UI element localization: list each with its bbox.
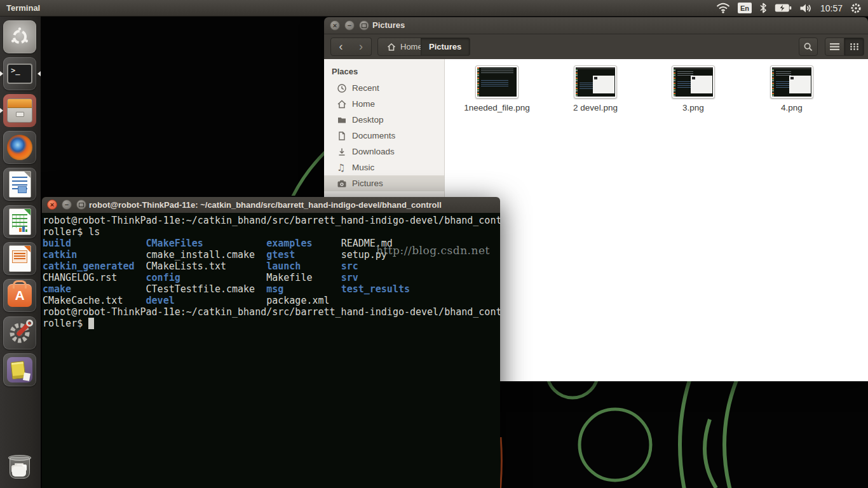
grid-view-icon	[850, 43, 859, 51]
trash-icon	[10, 457, 30, 478]
sidebar-item-documents[interactable]: Documents	[324, 128, 444, 144]
window-maximize-button[interactable]	[359, 20, 369, 30]
grid-view-button[interactable]	[844, 37, 864, 56]
file-thumbnail	[475, 65, 519, 98]
launcher-item-files[interactable]	[3, 94, 36, 127]
panel-app-name: Terminal	[6, 3, 40, 13]
forward-icon: ›	[359, 41, 363, 52]
file-manager-icon	[3, 94, 36, 127]
breadcrumb-pictures[interactable]: Pictures	[421, 37, 470, 56]
battery-charging-icon[interactable]	[775, 3, 792, 13]
search-icon	[803, 42, 813, 52]
list-view-icon	[830, 43, 839, 51]
launcher-item-terminal[interactable]: >_	[3, 57, 36, 90]
file-name: 2 devel.png	[573, 103, 618, 112]
download-arrow-icon	[337, 147, 347, 157]
running-indicator-arrow	[0, 71, 6, 76]
software-center-icon: A	[8, 284, 32, 307]
bluetooth-icon[interactable]	[759, 3, 767, 13]
camera-icon	[337, 179, 347, 189]
volume-icon[interactable]	[799, 3, 813, 13]
launcher-item-purple-app[interactable]	[3, 353, 36, 386]
desktop-folder-icon	[337, 115, 347, 125]
window-minimize-button[interactable]: −	[344, 20, 355, 30]
sidebar-item-home[interactable]: Home	[324, 96, 444, 112]
list-view-button[interactable]	[825, 37, 844, 56]
sidebar-item-label: Documents	[352, 131, 395, 140]
breadcrumb-pictures-label: Pictures	[429, 42, 461, 51]
search-button[interactable]	[799, 37, 818, 56]
launcher-item-settings[interactable]	[3, 316, 36, 349]
terminal-line: CHANGELOG.rst config Makefile srv	[43, 272, 500, 283]
file-name: 4.png	[781, 103, 803, 112]
launcher-item-calc[interactable]	[3, 205, 36, 238]
document-icon	[337, 131, 347, 141]
clock-indicator[interactable]: 10:57	[820, 3, 843, 13]
music-note-icon: ♫	[337, 163, 347, 173]
terminal-line: roller$ ls	[43, 226, 500, 238]
window-maximize-button[interactable]	[76, 200, 86, 210]
file-thumbnail	[770, 65, 813, 98]
window-close-button[interactable]: ×	[330, 20, 340, 30]
terminal-cursor	[88, 318, 94, 329]
sidebar-item-pictures[interactable]: Pictures	[324, 175, 444, 191]
sidebar-item-desktop[interactable]: Desktop	[324, 112, 444, 128]
sidebar-item-label: Downloads	[352, 147, 395, 156]
home-icon	[386, 42, 397, 52]
forward-button[interactable]: ›	[351, 37, 372, 56]
breadcrumb-home-label: Home	[400, 42, 423, 51]
window-close-button[interactable]: ×	[47, 200, 57, 210]
sidebar-item-music[interactable]: ♫ Music	[324, 159, 444, 175]
files-titlebar[interactable]: × − Pictures	[324, 17, 868, 34]
terminal-titlebar[interactable]: × − robot@robot-ThinkPad-11e: ~/catkin_b…	[42, 197, 500, 214]
ubuntu-dash-icon	[9, 26, 31, 48]
top-panel: Terminal En 10:57	[0, 0, 868, 17]
recent-icon	[337, 83, 347, 93]
system-settings-icon	[6, 320, 33, 346]
back-button[interactable]: ‹	[330, 37, 351, 56]
back-icon: ‹	[339, 41, 343, 52]
firefox-icon	[7, 135, 32, 160]
terminal-window-title: robot@robot-ThinkPad-11e: ~/catkin_bhand…	[89, 197, 498, 213]
launcher-item-dash[interactable]	[3, 20, 36, 53]
file-item[interactable]: 3.png	[649, 65, 738, 112]
session-gear-icon[interactable]	[850, 3, 862, 14]
focused-indicator-arrow	[35, 71, 41, 76]
sidebar-item-recent[interactable]: Recent	[324, 80, 444, 96]
purple-app-icon	[7, 357, 32, 383]
launcher-item-writer[interactable]	[3, 168, 36, 201]
launcher-item-firefox[interactable]	[3, 131, 36, 164]
terminal-window: × − robot@robot-ThinkPad-11e: ~/catkin_b…	[42, 197, 500, 488]
files-grid-area: 1needed_file.png 2 devel.png 3.png 4.png	[445, 59, 868, 381]
terminal-line: robot@robot-ThinkPad-11e:~/catkin_bhand/…	[43, 215, 500, 226]
home-icon	[337, 99, 347, 109]
sidebar-header: Places	[324, 64, 444, 80]
file-item[interactable]: 4.png	[747, 65, 836, 112]
libreoffice-calc-icon	[9, 208, 31, 235]
libreoffice-writer-icon	[9, 171, 31, 198]
csdn-watermark: http://blog.csdn.net	[376, 244, 490, 257]
sidebar-item-label: Recent	[352, 83, 379, 93]
file-thumbnail	[672, 65, 715, 98]
maximize-icon	[79, 203, 84, 207]
launcher-item-software-center[interactable]: A	[3, 279, 36, 312]
sidebar-item-label: Music	[352, 163, 374, 172]
running-indicator-arrow	[0, 108, 6, 113]
wallpaper-arc-left	[41, 16, 324, 196]
sidebar-item-label: Home	[352, 99, 375, 109]
file-item[interactable]: 2 devel.png	[551, 65, 640, 112]
file-item[interactable]: 1needed_file.png	[452, 65, 541, 112]
sidebar-item-label: Desktop	[352, 115, 384, 125]
window-minimize-button[interactable]: −	[62, 200, 72, 210]
wifi-icon[interactable]	[716, 3, 730, 13]
wallpaper-circles-bottom	[500, 381, 868, 488]
sidebar-item-downloads[interactable]: Downloads	[324, 144, 444, 159]
terminal-line: cmake CTestTestfile.cmake msg test_resul…	[43, 283, 500, 295]
keyboard-layout-indicator[interactable]: En	[738, 3, 752, 13]
terminal-line: robot@robot-ThinkPad-11e:~/catkin_bhand/…	[43, 306, 500, 318]
terminal-line: roller$	[43, 318, 500, 329]
launcher-item-impress[interactable]	[3, 242, 36, 275]
launcher-item-trash[interactable]	[3, 451, 36, 484]
terminal-line: CMakeCache.txt devel package.xml	[43, 295, 500, 306]
libreoffice-impress-icon	[9, 245, 31, 272]
